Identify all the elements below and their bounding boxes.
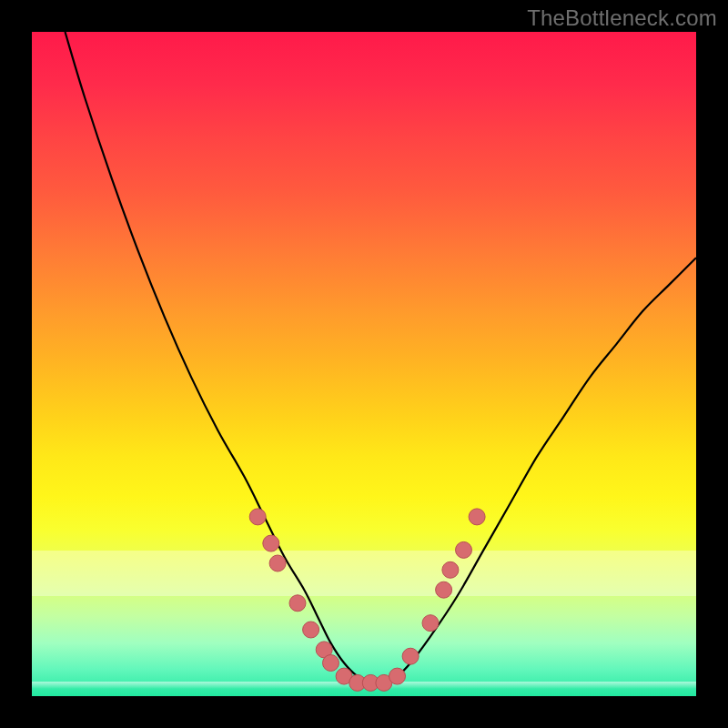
marker-dot xyxy=(249,509,266,525)
marker-dot xyxy=(289,595,306,612)
marker-group xyxy=(249,509,485,692)
chart-svg xyxy=(32,32,696,696)
marker-dot xyxy=(402,648,419,664)
plot-area xyxy=(32,32,696,696)
marker-dot xyxy=(323,655,339,672)
main-curve xyxy=(66,32,697,683)
marker-dot xyxy=(263,535,279,551)
marker-dot xyxy=(269,555,286,571)
marker-dot xyxy=(303,622,319,638)
marker-dot xyxy=(456,541,472,558)
marker-dot xyxy=(389,668,406,684)
marker-dot xyxy=(422,615,439,632)
marker-dot xyxy=(442,561,459,578)
watermark-text: TheBottleneck.com xyxy=(527,5,717,31)
marker-dot xyxy=(436,581,452,598)
chart-stage: TheBottleneck.com xyxy=(0,0,728,728)
marker-dot xyxy=(469,509,485,525)
